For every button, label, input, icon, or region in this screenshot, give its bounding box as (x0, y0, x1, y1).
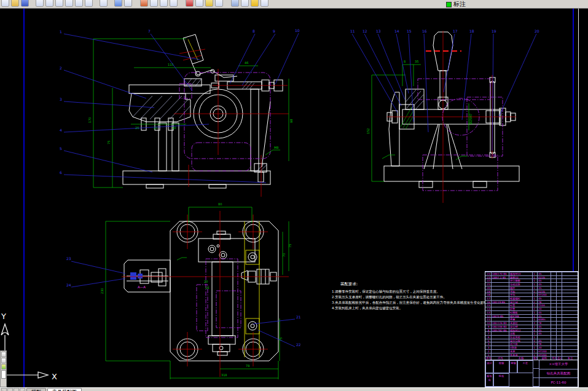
toolbar-icon[interactable] (45, 0, 53, 7)
current-layer-name[interactable]: 标注 (453, 1, 466, 8)
signature-label: 批准 (493, 373, 509, 387)
part-note (562, 315, 578, 318)
tool-button[interactable] (1, 364, 6, 369)
layer-color-swatch[interactable] (446, 2, 452, 7)
drawing-title: 钻孔夹具装配图 (539, 369, 578, 379)
part-qty: 4 (532, 329, 537, 332)
part-material: HT200 (537, 350, 551, 353)
balloon-number: 16 (422, 29, 427, 33)
part-note (562, 297, 578, 300)
toolbar-icon[interactable] (65, 0, 73, 7)
balloon-number: 14 (394, 29, 399, 33)
toolbar-icon[interactable] (114, 0, 122, 7)
part-qty: 2 (532, 301, 537, 304)
toolbar-icon[interactable] (251, 0, 259, 7)
part-note (562, 342, 578, 346)
toolbar-icon[interactable] (170, 0, 178, 7)
part-note (562, 346, 578, 349)
part-name: 支座 (509, 350, 532, 353)
parts-list-row: 6 快速夹钳 1 (485, 335, 578, 339)
part-material: 65Mn (537, 318, 551, 321)
dimension-label: 25 (154, 126, 157, 130)
part-material: T8 (537, 322, 551, 325)
tool-button[interactable] (1, 352, 6, 357)
toolbar-icon[interactable] (140, 0, 148, 7)
dimension-label: 318 (221, 373, 227, 377)
toolbar-icon[interactable] (231, 0, 239, 7)
toolbar-icon[interactable] (215, 0, 223, 7)
part-weight-total (556, 297, 562, 300)
toolbar-icon[interactable] (150, 0, 158, 7)
balloon-number: 9 (273, 29, 275, 33)
top-toolbar: 标注 (0, 0, 588, 9)
signature-label: 设计 (485, 360, 493, 374)
toolbar-icon[interactable] (205, 0, 213, 7)
tool-button[interactable] (1, 358, 6, 363)
title-block-bottom: 设计校核审核工艺标准化批准 ××理工大学 钻孔夹具装配图 PC-11-60 (485, 360, 578, 387)
toolbar-icon[interactable] (124, 0, 132, 7)
ucs-icon: Y X (0, 310, 68, 387)
part-qty: 1 (532, 332, 537, 335)
part-note (562, 290, 578, 293)
toolbar-icon[interactable] (36, 0, 44, 7)
parts-list-row: 9 GB2206-80 定位键 2 45 (485, 325, 578, 328)
balloon-number: 2 (60, 66, 62, 70)
part-name: 螺钉M8 (509, 315, 532, 318)
toolbar-icon[interactable] (195, 0, 203, 7)
tab-nav-button[interactable]: ◀ (7, 388, 13, 391)
part-code (491, 311, 509, 314)
dimension-label: 35 (415, 60, 418, 63)
part-code: GB2226-80 (491, 322, 509, 325)
part-weight-total (556, 346, 562, 349)
part-qty: 1 (532, 318, 537, 321)
tab-layout-assembly[interactable]: 夹具装配图 (47, 388, 82, 391)
title-block-mid-cells (533, 360, 539, 387)
part-name: 快速夹钳 (509, 336, 532, 339)
organization-name: ××理工大学 (539, 360, 578, 369)
part-weight-total (556, 272, 562, 275)
parts-list-row: 21 活动压块 1 45 (485, 282, 578, 286)
drawing-canvas[interactable]: 115 46 170 75 25 25 30 98 M8 1 2 3 4 5 6… (0, 9, 588, 387)
part-weight-unit (551, 283, 556, 286)
part-name: V形块 (509, 346, 532, 349)
toolbar-icon[interactable] (55, 0, 63, 7)
toolbar-icon[interactable] (21, 0, 29, 7)
part-seq: 6 (485, 336, 491, 339)
toolbar-icon[interactable] (241, 0, 249, 7)
toolbar-icon[interactable] (261, 0, 269, 7)
part-weight-unit (551, 290, 556, 293)
tab-nav-button[interactable]: ▶| (20, 388, 25, 391)
toolbar-icon[interactable] (11, 0, 19, 7)
dimension-label: 30 (172, 126, 176, 130)
toolbar-icon[interactable] (75, 0, 83, 7)
part-weight-unit (551, 297, 556, 300)
toolbar-icon[interactable] (85, 0, 93, 7)
part-note (562, 332, 578, 335)
part-material: 45 (537, 279, 551, 282)
parts-list-row: 22 开口垫圈 1 45 (485, 278, 578, 282)
toolbar-icon[interactable] (100, 0, 108, 7)
part-weight-unit (551, 342, 556, 346)
balloon-number: 24 (66, 283, 71, 287)
balloon-number: 17 (453, 29, 458, 33)
parts-list-row: 5 定位心轴 1 45 (485, 339, 578, 342)
part-material: 45 (537, 311, 551, 314)
toolbar-icon[interactable] (1, 0, 9, 7)
tab-nav-button[interactable]: ▶ (14, 388, 19, 391)
part-qty: 1 (532, 350, 537, 353)
part-name: 开口垫圈 (509, 279, 532, 282)
part-code (491, 286, 509, 290)
part-qty: 1 (532, 286, 537, 290)
tab-nav-button[interactable]: |◀ (1, 388, 7, 391)
tab-model[interactable]: 模型 (26, 388, 46, 391)
part-weight-unit (551, 293, 556, 296)
part-name: 定位心轴 (509, 339, 532, 342)
part-weight-unit (551, 336, 556, 339)
toolbar-icon[interactable] (186, 0, 194, 7)
side-view-drawing: 8 35 152 Ø25H7 11 12 13 14 15 16 17 18 1… (341, 25, 550, 204)
title-block-right: ××理工大学 钻孔夹具装配图 PC-11-60 (539, 360, 578, 387)
part-note (562, 339, 578, 342)
layer-control[interactable]: 标注 (446, 0, 466, 9)
part-weight-total (556, 290, 562, 293)
toolbar-icon[interactable] (160, 0, 168, 7)
